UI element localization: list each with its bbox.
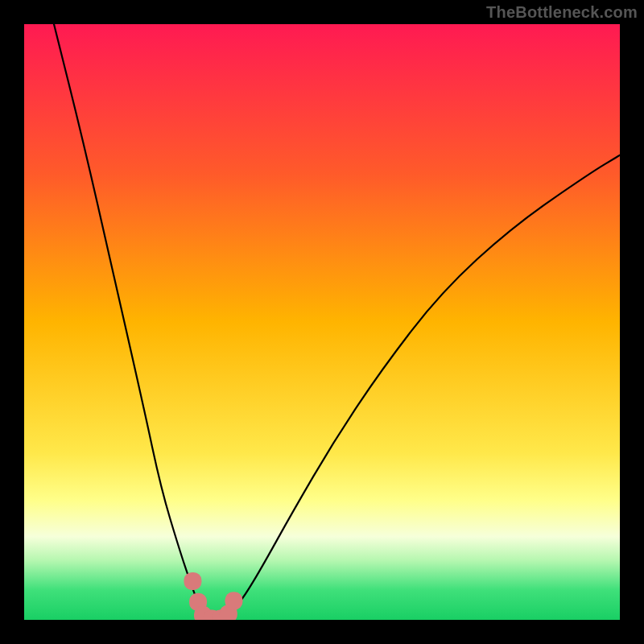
chart-svg <box>24 24 620 620</box>
chart-frame: TheBottleneck.com <box>0 0 644 644</box>
highlight-marker <box>184 572 201 590</box>
highlight-marker <box>225 592 242 609</box>
plot-area <box>24 24 620 620</box>
gradient-background <box>24 24 620 620</box>
watermark-text: TheBottleneck.com <box>486 3 638 22</box>
